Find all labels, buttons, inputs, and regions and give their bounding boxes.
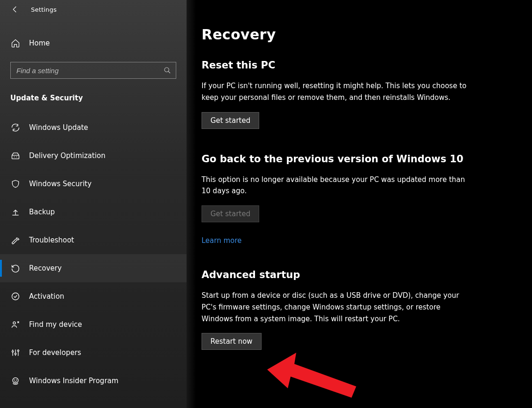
sidebar-category: Update & Security	[0, 94, 187, 102]
sidebar-item-windows-update[interactable]: Windows Update	[0, 113, 187, 142]
sidebar-item-label: Windows Insider Program	[29, 377, 119, 385]
svg-point-9	[16, 379, 17, 380]
sidebar-nav: Windows Update Delivery Optimization Win…	[0, 113, 187, 395]
wrench-icon	[10, 235, 21, 245]
insider-icon	[10, 376, 21, 385]
sidebar: Settings Home Update & Security Wind	[0, 0, 187, 408]
delivery-icon	[10, 151, 21, 160]
section-advanced-startup: Advanced startup Start up from a device …	[202, 269, 473, 350]
sidebar-item-troubleshoot[interactable]: Troubleshoot	[0, 226, 187, 254]
sidebar-item-label: Troubleshoot	[29, 236, 74, 244]
sidebar-item-for-developers[interactable]: For developers	[0, 339, 187, 367]
svg-point-5	[15, 353, 16, 355]
home-icon	[10, 38, 21, 48]
advanced-heading: Advanced startup	[202, 269, 473, 280]
sidebar-item-label: Activation	[29, 292, 64, 301]
sidebar-item-label: Recovery	[29, 264, 62, 272]
sidebar-item-activation[interactable]: Activation	[0, 282, 187, 310]
backup-icon	[10, 207, 21, 217]
window-title: Settings	[31, 6, 57, 13]
sidebar-item-label: For developers	[29, 348, 81, 357]
page-title: Recovery	[202, 26, 518, 43]
learn-more-link[interactable]: Learn more	[202, 236, 242, 245]
get-started-reset-button[interactable]: Get started	[202, 112, 259, 129]
section-go-back: Go back to the previous version of Windo…	[202, 153, 473, 245]
svg-point-7	[13, 378, 18, 383]
advanced-description: Start up from a device or disc (such as …	[202, 290, 473, 325]
sidebar-item-label: Backup	[29, 208, 55, 216]
arrow-left-icon	[11, 5, 19, 14]
sidebar-item-recovery[interactable]: Recovery	[0, 254, 187, 282]
reset-description: If your PC isn't running well, resetting…	[202, 80, 473, 104]
sidebar-item-windows-insider-program[interactable]: Windows Insider Program	[0, 367, 187, 395]
svg-rect-1	[12, 155, 19, 159]
recovery-icon	[10, 264, 21, 273]
svg-point-4	[12, 351, 14, 352]
find-device-icon	[10, 320, 21, 329]
search-input[interactable]	[16, 67, 164, 75]
sidebar-item-windows-security[interactable]: Windows Security	[0, 170, 187, 198]
main-content: Recovery Reset this PC If your PC isn't …	[187, 0, 532, 408]
home-label: Home	[29, 39, 50, 47]
reset-heading: Reset this PC	[202, 60, 473, 71]
sliders-icon	[10, 348, 21, 357]
sidebar-item-label: Windows Update	[29, 123, 88, 132]
sidebar-item-find-my-device[interactable]: Find my device	[0, 310, 187, 339]
back-button[interactable]	[9, 4, 21, 15]
goback-heading: Go back to the previous version of Windo…	[202, 153, 473, 165]
sidebar-item-label: Delivery Optimization	[29, 151, 105, 160]
restart-now-button[interactable]: Restart now	[202, 333, 262, 350]
goback-description: This option is no longer available becau…	[202, 174, 473, 197]
svg-point-3	[13, 322, 15, 324]
button-label: Get started	[210, 210, 250, 218]
sidebar-home[interactable]: Home	[0, 33, 187, 53]
titlebar: Settings	[0, 0, 187, 19]
button-label: Get started	[210, 116, 250, 125]
search-box[interactable]	[10, 62, 176, 79]
search-icon	[164, 67, 172, 74]
svg-point-2	[12, 293, 19, 300]
svg-point-8	[14, 379, 15, 380]
sidebar-item-label: Find my device	[29, 320, 82, 329]
section-reset-pc: Reset this PC If your PC isn't running w…	[202, 60, 473, 129]
svg-point-0	[165, 68, 169, 72]
sidebar-item-backup[interactable]: Backup	[0, 198, 187, 226]
sidebar-item-delivery-optimization[interactable]: Delivery Optimization	[0, 142, 187, 170]
sync-icon	[10, 123, 21, 132]
svg-point-6	[17, 350, 19, 351]
check-circle-icon	[10, 292, 21, 301]
sidebar-item-label: Windows Security	[29, 180, 91, 188]
get-started-goback-button: Get started	[202, 205, 259, 222]
button-label: Restart now	[210, 337, 253, 346]
shield-icon	[10, 179, 21, 189]
